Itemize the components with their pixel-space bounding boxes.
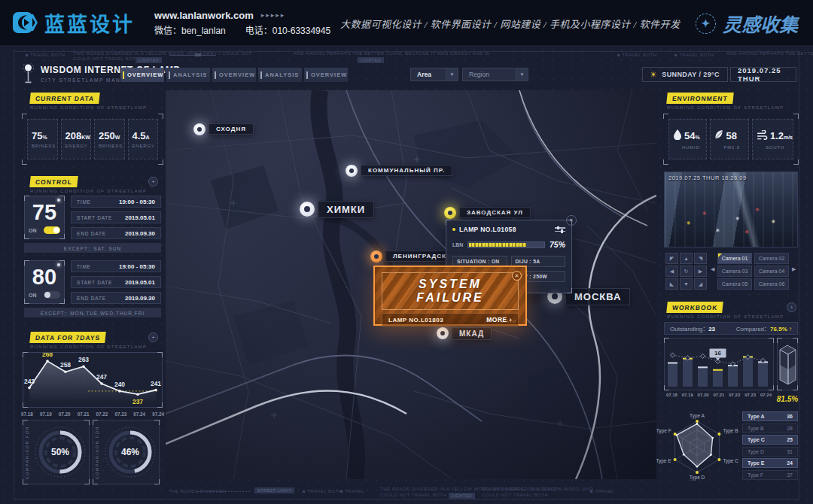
area-select[interactable]: Area ▼ [410,68,458,81]
city-map[interactable]: LAMP NO.L01058 ✕ LBN 75% SITUATION : ON … [166,90,656,479]
decor-text: COULD NOT TRAVEL BOTH [73,56,139,61]
svg-text:Type B: Type B [723,428,738,434]
control-group-2-level: 80 ON [24,260,65,304]
camera-list: Camera 01Camera 02Camera 03Camera 04Came… [717,253,789,290]
start-date-row[interactable]: START DATE 2019.05.01 [71,211,161,223]
environment-title: ENVIRONMENT [666,93,733,104]
sun-icon: ☀ [650,71,657,79]
x-tick: 07.24 [152,411,164,417]
tab-accent-bar [169,71,170,79]
region-select-value: Region [469,71,489,78]
type-row-1[interactable]: Type A36 [742,411,798,421]
corner-mark [22,159,27,165]
type-row-2[interactable]: Type B28 [742,424,798,433]
corner-mark [23,479,28,484]
pan-up-right-icon[interactable]: ◥ [694,253,707,264]
week-chart-add-button[interactable]: + [148,332,158,342]
workbook-more-button[interactable]: › [787,302,796,312]
tab-analysis-4[interactable]: ANALYSIS [258,68,302,82]
camera-button-3[interactable]: Camera 03 [717,266,752,277]
stat-unit: % [42,135,47,140]
except-days: EXCEPT：MON,TUE,WED,THUR,FRI [24,308,161,317]
services-list: 大数据可视化设计 / 软件界面设计 / 网站建设 / 手机及小程序设计 / 软件… [340,17,680,31]
lamp-id: LAMP NO.L01058 [459,226,516,233]
bulb-icon [57,263,60,266]
x-tick: 07.20 [59,411,71,417]
tab-label: OVERVIEW [311,71,347,78]
camera-button-2[interactable]: Camera 02 [754,253,789,264]
tab-accent-bar [260,71,262,79]
compared-label: Compared： [736,326,770,332]
region-select[interactable]: Region ▼ [462,68,528,81]
sliders-icon[interactable] [555,227,565,232]
map-pin[interactable] [346,165,358,177]
power-toggle[interactable] [44,226,60,234]
current-data-title: CURRENT DATA [29,93,100,104]
map-pin[interactable] [300,202,315,217]
workbook-subtitle: RUNNING CONDITION OF STREETLAMP [667,314,784,319]
close-icon[interactable]: ✕ [512,271,522,281]
camera-next-button[interactable]: ▶ [792,266,796,272]
control-add-button[interactable]: + [148,177,158,187]
tab-overview-5[interactable]: OVERVIEW [304,68,348,82]
bulb-icon [57,199,60,202]
reset-view-icon[interactable]: ↻ [680,266,693,277]
start-date-row[interactable]: START DATE 2019.05.01 [71,276,161,288]
type-row-6[interactable]: Type F37 [742,470,798,480]
stat-unit: % [695,135,699,140]
decor-text: THE ROADS DIVERGED [169,489,227,493]
camera-prev-button[interactable]: ◀ [711,266,714,272]
decor-text: ■ TRAVEL [590,489,614,493]
tab-overview-3[interactable]: OVERVIEW [212,68,256,82]
type-table: Type A36Type B28Type C25Type D31Type E24… [742,411,798,480]
website-link[interactable]: www.lanlanwork.com [154,10,254,21]
camera-button-5[interactable]: Camera 05 [717,278,752,290]
map-pin[interactable] [444,207,456,219]
camera-timestamp: 2019.07.25 THUR 18:26:09 [668,175,747,181]
map-pin[interactable] [437,327,449,339]
row-value: 2019.05.01 [125,279,155,286]
camera-button-1[interactable]: Camera 01 [717,253,752,264]
x-tick: 07.19 [40,411,52,417]
star-icon: ✦ [696,14,716,34]
pan-down-left-icon[interactable]: ◣ [665,278,678,290]
corner-mark [793,114,799,119]
stat-briness: 250WBRINESS [94,119,125,159]
brightness-bar-fill [469,243,525,247]
pan-down-right-icon[interactable]: ◢ [694,278,707,290]
time-row[interactable]: TIME 19:00 - 05:30 [71,260,161,272]
time-row[interactable]: TIME 19:00 - 05:30 [71,196,161,208]
corner-mark [663,159,668,165]
pan-right-icon[interactable]: ▶ [694,266,707,277]
close-icon[interactable]: ✕ [566,215,577,226]
stat-label: BRINESS [32,144,57,148]
decor-badge: LIGHTED [449,493,475,499]
camera-feed[interactable]: 2019.07.25 THUR 18:26:09 [664,172,798,247]
week-chart-subtitle: RUNNING CONDITION OF STREETLAMP [30,345,147,349]
lbn-label: LBN [452,242,463,247]
end-date-row[interactable]: END DATE 2019.09.30 [71,292,161,304]
map-pin-label: КОММУНАЛЬНЫЙ ПР. [361,165,452,176]
pan-down-icon[interactable]: ▼ [680,278,693,290]
end-date-row[interactable]: END DATE 2019.09.30 [71,227,161,239]
pan-up-icon[interactable]: ▲ [680,253,693,264]
power-toggle[interactable] [44,291,60,299]
map-pin[interactable] [370,250,382,263]
type-value: 37 [787,472,793,478]
camera-button-6[interactable]: Camera 06 [754,278,789,290]
tab-overview-1[interactable]: OVERVIEW [120,68,164,82]
camera-button-4[interactable]: Camera 04 [754,266,789,277]
pan-up-left-icon[interactable]: ◤ [665,253,678,264]
inspiration-collect[interactable]: ✦ 灵感收集 [696,10,798,37]
type-row-5[interactable]: Type E24 [742,458,798,468]
map-pin[interactable] [193,123,206,135]
row-label: TIME [77,199,91,205]
streetlamp-icon [552,293,558,299]
tab-analysis-2[interactable]: ANALYSIS [166,68,210,82]
pan-left-icon[interactable]: ◀ [665,266,678,277]
type-row-4[interactable]: Type D31 [742,447,798,457]
state-label: ON [29,228,37,233]
workbook-summary: Outstanding：23 Compared：76.5% ↑ [664,322,798,335]
comparison-gauge-1: COMPARISON FOR50% [23,420,90,484]
type-row-3[interactable]: Type C25 [742,435,798,445]
